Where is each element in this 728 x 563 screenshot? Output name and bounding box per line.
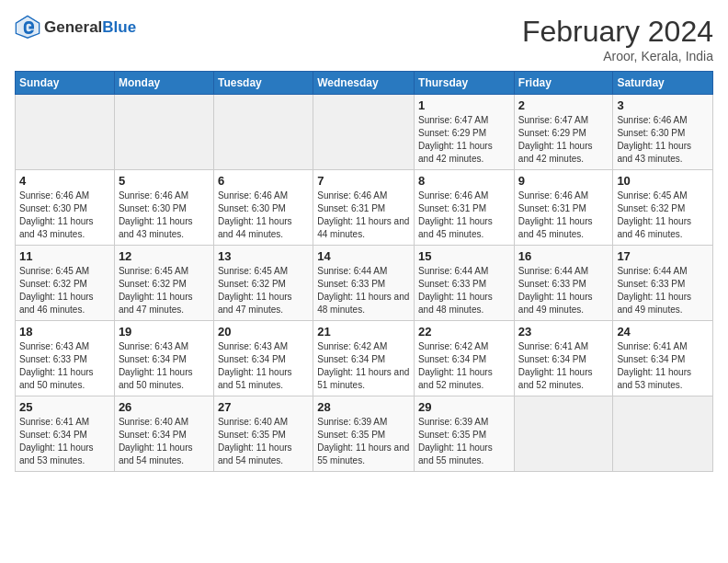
weekday-header: Wednesday	[313, 72, 415, 95]
day-number: 16	[518, 249, 609, 263]
calendar-cell: 14Sunrise: 6:44 AM Sunset: 6:33 PM Dayli…	[313, 246, 415, 321]
calendar-cell: 5Sunrise: 6:46 AM Sunset: 6:30 PM Daylig…	[114, 170, 213, 246]
weekday-header: Tuesday	[213, 72, 313, 95]
day-info: Sunrise: 6:46 AM Sunset: 6:31 PM Dayligh…	[518, 190, 609, 241]
day-info: Sunrise: 6:47 AM Sunset: 6:29 PM Dayligh…	[418, 114, 510, 166]
weekday-header: Saturday	[613, 72, 713, 95]
day-number: 19	[119, 325, 210, 339]
calendar-cell: 10Sunrise: 6:45 AM Sunset: 6:32 PM Dayli…	[613, 170, 713, 246]
day-number: 28	[317, 400, 410, 414]
day-info: Sunrise: 6:41 AM Sunset: 6:34 PM Dayligh…	[617, 340, 709, 392]
day-info: Sunrise: 6:43 AM Sunset: 6:34 PM Dayligh…	[119, 340, 210, 392]
day-number: 24	[617, 325, 709, 339]
calendar-table: SundayMondayTuesdayWednesdayThursdayFrid…	[15, 71, 713, 472]
day-info: Sunrise: 6:46 AM Sunset: 6:30 PM Dayligh…	[19, 190, 110, 241]
day-number: 14	[317, 249, 410, 263]
day-info: Sunrise: 6:47 AM Sunset: 6:29 PM Dayligh…	[518, 114, 609, 166]
logo-icon	[15, 15, 40, 40]
calendar-cell: 27Sunrise: 6:40 AM Sunset: 6:35 PM Dayli…	[213, 396, 313, 472]
calendar-cell	[213, 95, 313, 170]
day-number: 7	[317, 174, 410, 188]
calendar-body: 1Sunrise: 6:47 AM Sunset: 6:29 PM Daylig…	[16, 95, 713, 472]
calendar-cell	[313, 95, 415, 170]
calendar-cell: 25Sunrise: 6:41 AM Sunset: 6:34 PM Dayli…	[16, 396, 115, 472]
calendar-cell: 9Sunrise: 6:46 AM Sunset: 6:31 PM Daylig…	[514, 170, 613, 246]
logo-text: GeneralBlue	[44, 19, 136, 37]
calendar-cell	[514, 396, 613, 472]
day-info: Sunrise: 6:42 AM Sunset: 6:34 PM Dayligh…	[418, 340, 510, 392]
logo-general: General	[44, 18, 102, 36]
calendar-cell: 18Sunrise: 6:43 AM Sunset: 6:33 PM Dayli…	[16, 321, 115, 396]
day-info: Sunrise: 6:44 AM Sunset: 6:33 PM Dayligh…	[518, 265, 609, 316]
day-info: Sunrise: 6:46 AM Sunset: 6:30 PM Dayligh…	[218, 190, 309, 241]
calendar-cell: 4Sunrise: 6:46 AM Sunset: 6:30 PM Daylig…	[16, 170, 115, 246]
logo: GeneralBlue	[15, 15, 136, 40]
day-number: 8	[418, 174, 510, 188]
day-number: 9	[518, 174, 609, 188]
calendar-cell: 3Sunrise: 6:46 AM Sunset: 6:30 PM Daylig…	[613, 95, 713, 170]
calendar-cell: 6Sunrise: 6:46 AM Sunset: 6:30 PM Daylig…	[213, 170, 313, 246]
calendar-cell: 15Sunrise: 6:44 AM Sunset: 6:33 PM Dayli…	[415, 246, 515, 321]
day-number: 13	[218, 249, 309, 263]
day-info: Sunrise: 6:44 AM Sunset: 6:33 PM Dayligh…	[317, 265, 410, 316]
calendar-week-row: 18Sunrise: 6:43 AM Sunset: 6:33 PM Dayli…	[16, 321, 713, 396]
day-info: Sunrise: 6:39 AM Sunset: 6:35 PM Dayligh…	[418, 416, 510, 467]
title-block: February 2024 Aroor, Kerala, India	[522, 15, 713, 63]
day-number: 27	[218, 400, 309, 414]
day-number: 21	[317, 325, 410, 339]
calendar-cell	[16, 95, 115, 170]
calendar-cell: 24Sunrise: 6:41 AM Sunset: 6:34 PM Dayli…	[613, 321, 713, 396]
calendar-cell: 11Sunrise: 6:45 AM Sunset: 6:32 PM Dayli…	[16, 246, 115, 321]
day-number: 5	[119, 174, 210, 188]
weekday-header: Thursday	[415, 72, 515, 95]
day-number: 11	[19, 249, 110, 263]
day-info: Sunrise: 6:46 AM Sunset: 6:30 PM Dayligh…	[617, 114, 709, 166]
calendar-cell: 23Sunrise: 6:41 AM Sunset: 6:34 PM Dayli…	[514, 321, 613, 396]
calendar-week-row: 25Sunrise: 6:41 AM Sunset: 6:34 PM Dayli…	[16, 396, 713, 472]
calendar-cell: 12Sunrise: 6:45 AM Sunset: 6:32 PM Dayli…	[114, 246, 213, 321]
day-number: 12	[119, 249, 210, 263]
calendar-header: SundayMondayTuesdayWednesdayThursdayFrid…	[16, 72, 713, 95]
location: Aroor, Kerala, India	[522, 49, 713, 63]
day-info: Sunrise: 6:46 AM Sunset: 6:30 PM Dayligh…	[119, 190, 210, 241]
day-number: 15	[418, 249, 510, 263]
day-number: 10	[617, 174, 709, 188]
calendar-cell: 19Sunrise: 6:43 AM Sunset: 6:34 PM Dayli…	[114, 321, 213, 396]
calendar-cell	[114, 95, 213, 170]
calendar-week-row: 1Sunrise: 6:47 AM Sunset: 6:29 PM Daylig…	[16, 95, 713, 170]
day-number: 29	[418, 400, 510, 414]
calendar-cell: 13Sunrise: 6:45 AM Sunset: 6:32 PM Dayli…	[213, 246, 313, 321]
calendar-cell: 2Sunrise: 6:47 AM Sunset: 6:29 PM Daylig…	[514, 95, 613, 170]
calendar-cell: 26Sunrise: 6:40 AM Sunset: 6:34 PM Dayli…	[114, 396, 213, 472]
day-number: 22	[418, 325, 510, 339]
calendar-week-row: 4Sunrise: 6:46 AM Sunset: 6:30 PM Daylig…	[16, 170, 713, 246]
day-info: Sunrise: 6:42 AM Sunset: 6:34 PM Dayligh…	[317, 340, 410, 392]
day-info: Sunrise: 6:45 AM Sunset: 6:32 PM Dayligh…	[119, 265, 210, 316]
day-number: 3	[617, 98, 709, 112]
day-info: Sunrise: 6:45 AM Sunset: 6:32 PM Dayligh…	[617, 190, 709, 241]
day-info: Sunrise: 6:46 AM Sunset: 6:31 PM Dayligh…	[418, 190, 510, 241]
calendar-cell: 16Sunrise: 6:44 AM Sunset: 6:33 PM Dayli…	[514, 246, 613, 321]
day-number: 23	[518, 325, 609, 339]
calendar-week-row: 11Sunrise: 6:45 AM Sunset: 6:32 PM Dayli…	[16, 246, 713, 321]
day-info: Sunrise: 6:44 AM Sunset: 6:33 PM Dayligh…	[418, 265, 510, 316]
calendar-cell: 8Sunrise: 6:46 AM Sunset: 6:31 PM Daylig…	[415, 170, 515, 246]
day-number: 6	[218, 174, 309, 188]
day-info: Sunrise: 6:44 AM Sunset: 6:33 PM Dayligh…	[617, 265, 709, 316]
day-number: 25	[19, 400, 110, 414]
calendar-cell: 22Sunrise: 6:42 AM Sunset: 6:34 PM Dayli…	[415, 321, 515, 396]
page-header: GeneralBlue February 2024 Aroor, Kerala,…	[15, 15, 713, 63]
day-number: 18	[19, 325, 110, 339]
day-info: Sunrise: 6:40 AM Sunset: 6:35 PM Dayligh…	[218, 416, 309, 467]
day-number: 1	[418, 98, 510, 112]
weekday-header: Monday	[114, 72, 213, 95]
weekday-row: SundayMondayTuesdayWednesdayThursdayFrid…	[16, 72, 713, 95]
weekday-header: Friday	[514, 72, 613, 95]
day-number: 2	[518, 98, 609, 112]
day-info: Sunrise: 6:45 AM Sunset: 6:32 PM Dayligh…	[218, 265, 309, 316]
day-info: Sunrise: 6:41 AM Sunset: 6:34 PM Dayligh…	[19, 416, 110, 467]
calendar-cell: 29Sunrise: 6:39 AM Sunset: 6:35 PM Dayli…	[415, 396, 515, 472]
day-number: 20	[218, 325, 309, 339]
calendar-cell: 7Sunrise: 6:46 AM Sunset: 6:31 PM Daylig…	[313, 170, 415, 246]
calendar-cell: 17Sunrise: 6:44 AM Sunset: 6:33 PM Dayli…	[613, 246, 713, 321]
